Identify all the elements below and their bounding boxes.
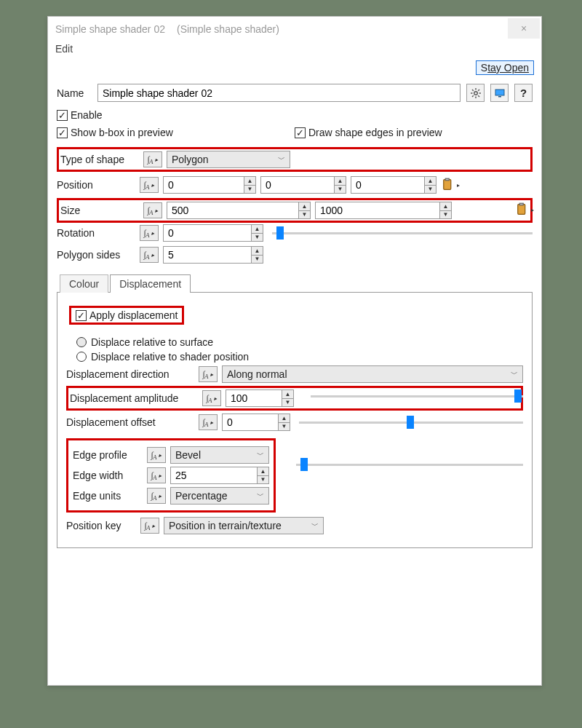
position-row: Position ∫A▸ ▲▼ ▲▼ ▲▼ ▸ [57,176,533,194]
type-fx-button[interactable]: ∫A▸ [143,151,162,167]
triangle-right-icon: ▸ [531,207,534,213]
edge-width-label: Edge width [73,470,143,481]
amp-fx-button[interactable]: ∫A▸ [202,390,221,406]
name-row: Name ? [57,84,533,102]
apply-disp-checkbox[interactable]: Apply displacement [69,306,184,325]
spinner-up-icon[interactable]: ▲ [279,414,290,423]
polysides-fx-button[interactable]: ∫A▸ [140,247,159,263]
rotation-slider[interactable] [272,226,533,240]
poskey-select[interactable]: Position in terrain/texture ﹀ [164,517,324,534]
amp-label: Displacement amplitude [70,392,198,404]
spinner-down-icon[interactable]: ▼ [282,399,293,407]
chevron-down-icon: ﹀ [257,491,264,501]
position-z-input[interactable]: ▲▼ [351,176,436,194]
spinner-up-icon[interactable]: ▲ [299,202,310,211]
offset-slider[interactable] [299,415,523,430]
radio-shaderpos[interactable]: Displace relative to shader position [76,351,523,363]
rotation-input[interactable]: ▲▼ [163,224,263,242]
offset-input[interactable]: ▲▼ [222,414,290,431]
edge-units-select[interactable]: Percentage ﹀ [170,487,269,505]
checkbox-icon [295,127,306,138]
tab-displacement[interactable]: Displacement [110,274,191,293]
clipboard-icon [441,178,455,192]
type-select[interactable]: Polygon ﹀ [167,151,290,168]
preview-checks-row: Show b-box in preview Draw shape edges i… [57,124,533,141]
rotation-row: Rotation ∫A▸ ▲▼ [57,224,533,242]
edge-width-slider[interactable] [296,457,523,472]
edges-checkbox[interactable]: Draw shape edges in preview [295,127,533,138]
spinner-down-icon[interactable]: ▼ [425,186,436,194]
svg-point-0 [474,91,477,95]
spinner-down-icon[interactable]: ▼ [252,234,263,242]
dir-select[interactable]: Along normal ﹀ [222,365,523,383]
size-fx-button[interactable]: ∫A▸ [143,202,162,218]
chevron-down-icon: ﹀ [257,450,264,460]
dir-fx-button[interactable]: ∫A▸ [199,366,218,382]
edge-width-input[interactable]: ▲▼ [170,467,269,484]
edge-profile-row: Edge profile ∫A▸ Bevel ﹀ [73,446,269,464]
edge-units-fx-button[interactable]: ∫A▸ [147,488,166,504]
type-row-wrapper: Type of shape ∫A▸ Polygon ﹀ [57,147,533,172]
enable-label: Enable [71,109,103,121]
position-copy-paste[interactable]: ▸ [441,178,460,192]
stay-open-button[interactable]: Stay Open [476,60,534,75]
radio-surface[interactable]: Displace relative to surface [76,336,523,348]
position-y-input[interactable]: ▲▼ [260,176,346,194]
edge-profile-fx-button[interactable]: ∫A▸ [147,447,166,463]
bbox-checkbox[interactable]: Show b-box in preview [57,127,295,138]
tab-panel-displacement: Apply displacement Displace relative to … [57,292,533,548]
spinner-up-icon[interactable]: ▲ [440,202,451,211]
spinner-up-icon[interactable]: ▲ [258,467,268,476]
spinner-up-icon[interactable]: ▲ [252,247,263,256]
spinner-down-icon[interactable]: ▼ [299,211,310,219]
spinner-down-icon[interactable]: ▼ [335,186,346,194]
close-button[interactable]: × [508,18,540,39]
spinner-down-icon[interactable]: ▼ [440,211,451,219]
spinner-up-icon[interactable]: ▲ [335,177,346,186]
poskey-fx-button[interactable]: ∫A▸ [140,518,159,534]
menu-edit[interactable]: Edit [55,43,73,55]
offset-fx-button[interactable]: ∫A▸ [199,414,218,430]
edge-units-row: Edge units ∫A▸ Percentage ﹀ [73,487,269,505]
edge-width-fx-button[interactable]: ∫A▸ [147,467,166,483]
edge-width-row: Edge width ∫A▸ ▲▼ [73,467,269,484]
rotation-fx-button[interactable]: ∫A▸ [140,225,159,241]
type-label: Type of shape [60,154,139,165]
name-label: Name [57,87,92,99]
svg-rect-13 [518,205,525,215]
edge-profile-select[interactable]: Bevel ﹀ [170,446,269,464]
preview-button[interactable] [490,84,509,102]
spinner-down-icon[interactable]: ▼ [279,423,290,431]
edge-width-slider-wrapper [292,457,523,475]
radio-surface-label: Displace relative to surface [91,336,213,348]
position-label: Position [57,179,135,191]
size-copy-paste[interactable]: ▸ [515,202,534,217]
spinner-up-icon[interactable]: ▲ [282,390,293,399]
radio-shaderpos-label: Displace relative to shader position [91,351,249,363]
spinner-up-icon[interactable]: ▲ [252,225,263,234]
spinner-down-icon[interactable]: ▼ [258,476,268,484]
edge-profile-label: Edge profile [73,449,143,461]
spinner-up-icon[interactable]: ▲ [244,177,255,186]
svg-rect-9 [495,90,504,95]
amp-input[interactable]: ▲▼ [226,389,294,407]
help-button[interactable]: ? [514,84,533,102]
tab-colour[interactable]: Colour [60,274,108,293]
offset-label: Displacement offset [66,416,194,428]
settings-button[interactable] [466,84,485,102]
dialog-window: Simple shape shader 02 (Simple shape sha… [47,16,542,686]
amp-slider[interactable] [311,389,523,403]
dir-label: Displacement direction [66,368,194,380]
position-x-input[interactable]: ▲▼ [163,176,256,194]
rotation-label: Rotation [57,227,135,239]
spinner-up-icon[interactable]: ▲ [425,177,436,186]
spinner-down-icon[interactable]: ▼ [244,186,255,194]
enable-checkbox[interactable]: Enable [57,109,533,121]
size-x-input[interactable]: ▲▼ [167,202,311,219]
position-fx-button[interactable]: ∫A▸ [140,177,159,193]
size-y-input[interactable]: ▲▼ [315,202,452,219]
svg-line-6 [478,95,479,97]
name-input[interactable] [97,84,461,102]
polysides-input[interactable]: ▲▼ [163,246,263,264]
spinner-down-icon[interactable]: ▼ [252,256,263,264]
